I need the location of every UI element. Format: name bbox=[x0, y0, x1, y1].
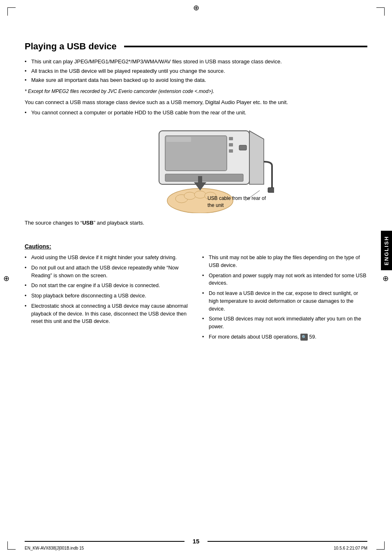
caution-right-2: Operation and power supply may not work … bbox=[202, 272, 367, 288]
title-decoration-line bbox=[124, 46, 367, 47]
svg-marker-3 bbox=[249, 131, 264, 184]
reg-mark-top: ⊕ bbox=[193, 3, 199, 12]
caution-left-1: Avoid using the USB device if it might h… bbox=[25, 254, 190, 262]
corner-mark-tr bbox=[376, 7, 385, 16]
caution-left-4: Stop playback before disconnecting a USB… bbox=[25, 292, 190, 300]
cautions-left-list: Avoid using the USB device if it might h… bbox=[25, 254, 190, 325]
cautions-col-right: This unit may not be able to play the fi… bbox=[202, 254, 367, 345]
cautions-right-list: This unit may not be able to play the fi… bbox=[202, 254, 367, 341]
footer-line-right bbox=[208, 541, 367, 542]
usb-diagram: USB cable from the rear of the unit bbox=[118, 123, 274, 213]
caution-right-3: Do not leave a USB device in the car, ex… bbox=[202, 290, 367, 313]
svg-rect-5 bbox=[229, 137, 233, 140]
caution-left-3: Do not start the car engine if a USB dev… bbox=[25, 282, 190, 290]
italic-note: * Except for MPEG2 files recorded by JVC… bbox=[25, 88, 367, 94]
caution-right-1: This unit may not be able to play the fi… bbox=[202, 254, 367, 269]
svg-rect-2 bbox=[166, 137, 191, 142]
footer-line-left bbox=[25, 541, 184, 542]
svg-point-12 bbox=[184, 192, 196, 200]
svg-rect-6 bbox=[229, 143, 233, 146]
usb-label: USB cable from the rear of the unit bbox=[208, 195, 266, 209]
page-number: 15 bbox=[184, 538, 208, 545]
cautions-col-left: Avoid using the USB device if it might h… bbox=[25, 254, 190, 345]
playback-usb: USB bbox=[82, 220, 93, 226]
caution-right-5: For more details about USB operations, 🔍… bbox=[202, 333, 367, 341]
svg-rect-4 bbox=[165, 174, 243, 181]
svg-point-13 bbox=[194, 191, 206, 198]
body-bullet-list: You cannot connect a computer or portabl… bbox=[25, 109, 367, 117]
bullet-item-1: This unit can play JPEG/MPEG1/MPEG2*/MP3… bbox=[25, 58, 367, 66]
english-sidebar: ENGLISH bbox=[381, 231, 392, 270]
cautions-grid: Avoid using the USB device if it might h… bbox=[25, 254, 367, 345]
reg-mark-right: ⊕ bbox=[383, 274, 389, 283]
title-section: Playing a USB device bbox=[25, 41, 367, 52]
playback-text: The source changes to “USB” and playback… bbox=[25, 219, 367, 227]
top-bullet-list: This unit can play JPEG/MPEG1/MPEG2*/MP3… bbox=[25, 58, 367, 84]
footer-time-info: 10.5.6 2:21:07 PM bbox=[334, 546, 367, 550]
footer-file-info: EN_KW-AVX838[J]001B.indb 15 bbox=[25, 546, 84, 550]
playback-suffix: ” and playback starts. bbox=[94, 220, 145, 226]
cautions-section: Cautions: Avoid using the USB device if … bbox=[25, 243, 367, 345]
svg-rect-8 bbox=[239, 145, 247, 150]
playback-prefix: The source changes to “ bbox=[25, 220, 82, 226]
footer: 15 bbox=[0, 538, 392, 545]
svg-rect-9 bbox=[268, 188, 274, 193]
body-text-1: You can connect a USB mass storage class… bbox=[25, 98, 367, 107]
corner-mark-tl bbox=[7, 7, 16, 16]
caution-left-2: Do not pull out and attach the USB devic… bbox=[25, 264, 190, 280]
reg-mark-left: ⊕ bbox=[3, 274, 9, 283]
caution-left-5: Electrostatic shock at connecting a USB … bbox=[25, 302, 190, 325]
cautions-header: Cautions: bbox=[25, 243, 367, 250]
bullet-item-3: Make sure all important data has been ba… bbox=[25, 76, 367, 84]
usb-diagram-area: USB cable from the rear of the unit bbox=[25, 123, 367, 213]
body-bullet-item: You cannot connect a computer or portabl… bbox=[25, 109, 367, 117]
svg-rect-7 bbox=[229, 149, 233, 153]
caution-right-4: Some USB devices may not work immediatel… bbox=[202, 315, 367, 331]
page: ⊕ ⊕ ⊕ ENGLISH Playing a USB device This … bbox=[0, 0, 392, 557]
page-title: Playing a USB device bbox=[25, 41, 117, 52]
bullet-item-2: All tracks in the USB device will be pla… bbox=[25, 67, 367, 75]
ref-icon: 🔍 bbox=[300, 334, 308, 341]
